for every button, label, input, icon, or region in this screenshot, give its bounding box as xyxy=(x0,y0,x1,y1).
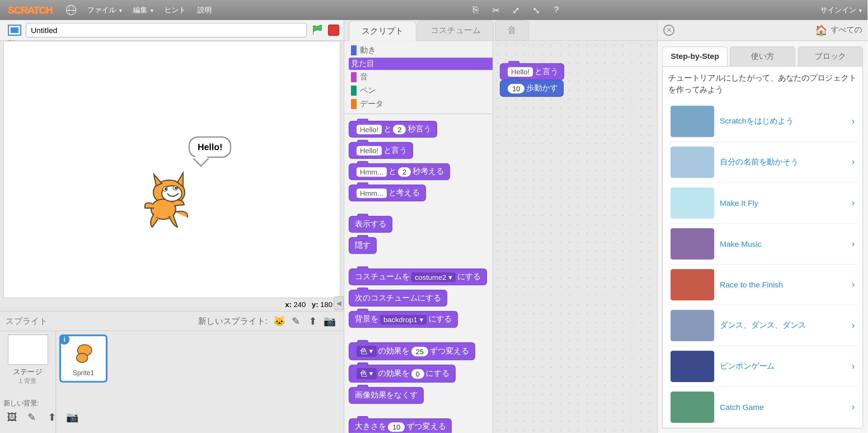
svg-point-8 xyxy=(76,353,87,362)
tab-scripts[interactable]: スクリプト xyxy=(349,21,416,41)
sprite-toolbar: スプライト 新しいスプライト: 🐱 ✎ ⬆ 📷 xyxy=(0,311,344,331)
block[interactable]: コスチュームをcostume2 ▾にする xyxy=(349,268,487,285)
tab-costumes[interactable]: コスチューム xyxy=(417,20,494,41)
tutorial-item[interactable]: ダンス、ダンス、ダンス› xyxy=(668,305,857,346)
tutorial-item[interactable]: ピンポンゲーム› xyxy=(668,346,857,387)
signin-menu[interactable]: サインイン xyxy=(814,5,867,15)
tutorial-item[interactable]: 自分の名前を動かそう› xyxy=(668,142,857,183)
chevron-right-icon: › xyxy=(852,198,855,208)
tips-tab-howto[interactable]: 使い方 xyxy=(730,46,795,66)
block[interactable]: 隠す xyxy=(349,237,376,254)
block[interactable]: Hmm...と考える xyxy=(349,184,426,201)
tutorial-item[interactable]: Make Music› xyxy=(668,224,857,265)
scratch-logo[interactable]: SCRATCH xyxy=(0,4,60,16)
paint-sprite-icon[interactable]: ✎ xyxy=(290,316,302,327)
stage-toolbar xyxy=(0,20,344,41)
category-見た目[interactable]: 見た目 xyxy=(349,57,498,70)
stage[interactable]: Hello! xyxy=(3,41,340,298)
stage-thumbnail[interactable] xyxy=(8,335,48,365)
sprite-on-stage[interactable] xyxy=(138,170,194,232)
stage-label: ステージ xyxy=(13,367,42,377)
chevron-right-icon: › xyxy=(852,320,855,330)
category-データ[interactable]: データ xyxy=(349,98,498,110)
new-backdrop-label: 新しい背景: xyxy=(3,399,39,409)
block[interactable]: 表示する xyxy=(349,216,392,233)
file-menu[interactable]: ファイル xyxy=(82,5,127,15)
block[interactable]: 次のコスチュームにする xyxy=(349,290,447,307)
chevron-right-icon: › xyxy=(852,157,855,167)
fullscreen-icon[interactable] xyxy=(8,25,21,36)
svg-point-4 xyxy=(165,188,167,190)
block[interactable]: 色 ▾の効果を25ずつ変える xyxy=(349,342,475,360)
block[interactable]: 背景をbackdrop1 ▾にする xyxy=(349,311,458,328)
tab-sounds[interactable]: 音 xyxy=(495,20,529,41)
stamp-icon[interactable]: ⎘ xyxy=(470,4,482,16)
speech-bubble: Hello! xyxy=(189,137,231,158)
choose-sprite-icon[interactable]: 🐱 xyxy=(273,316,286,327)
chevron-right-icon: › xyxy=(852,402,855,412)
chevron-right-icon: › xyxy=(852,116,855,126)
chevron-right-icon: › xyxy=(852,239,855,249)
block[interactable]: 大きさを10ずつ変える xyxy=(349,419,452,433)
chevron-right-icon: › xyxy=(852,280,855,290)
shrink-icon[interactable]: ⤡ xyxy=(530,4,542,16)
block[interactable]: 色 ▾の効果を0にする xyxy=(349,365,455,383)
category-ペン[interactable]: ペン xyxy=(349,84,498,97)
block[interactable]: Hello!と言う xyxy=(349,142,413,159)
menubar: SCRATCH ファイル 編集 ヒント 説明 ⎘ ✂ ⤢ ⤡ ? サインイン xyxy=(0,0,868,20)
tutorial-item[interactable]: Race to the Finish› xyxy=(668,265,857,306)
chevron-right-icon: › xyxy=(852,361,855,371)
sprite-item[interactable]: i Sprite1 xyxy=(59,335,107,383)
block[interactable]: 画像効果をなくす xyxy=(349,387,424,404)
category-音[interactable]: 音 xyxy=(349,71,498,83)
tutorial-item[interactable]: Scratchをはじめよう› xyxy=(668,101,857,142)
collapse-icon[interactable]: ◀ xyxy=(334,296,344,310)
language-icon[interactable] xyxy=(66,5,76,15)
sprite-info-icon[interactable]: i xyxy=(59,335,69,345)
block[interactable]: 10歩動かす xyxy=(500,80,564,97)
hint-menu[interactable]: ヒント xyxy=(159,5,192,15)
block[interactable]: Hello!と2秒言う xyxy=(349,121,437,138)
tips-panel: ✕ 🏠 すべての Step-by-Step 使い方 ブロック チュートリアルにし… xyxy=(657,20,868,433)
grow-icon[interactable]: ⤢ xyxy=(510,4,522,16)
home-icon[interactable]: 🏠 xyxy=(815,24,827,36)
scissors-icon[interactable]: ✂ xyxy=(490,4,502,16)
svg-point-6 xyxy=(175,187,177,189)
sprite-name: Sprite1 xyxy=(73,369,94,377)
mouse-coords: x: 240 y: 180 xyxy=(0,298,344,311)
tips-description: チュートリアルにしたがって、あなたのプロジェクトを作ってみよう xyxy=(668,72,857,96)
tutorial-item[interactable]: Catch Game› xyxy=(668,387,857,428)
script-area[interactable]: Hello!と言う10歩動かす xyxy=(493,41,657,433)
sprites-label: スプライト xyxy=(6,316,48,326)
block[interactable]: Hmm...と2秒考える xyxy=(349,163,450,180)
all-tips-label[interactable]: すべての xyxy=(831,25,862,35)
choose-backdrop-icon[interactable]: 🖼 xyxy=(6,412,18,423)
tutorial-item[interactable]: Make It Fly› xyxy=(668,183,857,224)
paint-backdrop-icon[interactable]: ✎ xyxy=(26,412,38,423)
help-icon[interactable]: ? xyxy=(551,4,562,16)
backdrop-count: 1 背景 xyxy=(19,377,37,385)
tips-tab-step[interactable]: Step-by-Step xyxy=(662,46,727,66)
category-動き[interactable]: 動き xyxy=(349,44,498,56)
upload-sprite-icon[interactable]: ⬆ xyxy=(307,316,319,327)
tips-tab-blocks[interactable]: ブロック xyxy=(798,46,863,66)
sprite-list: i Sprite1 xyxy=(56,331,344,433)
green-flag-icon[interactable] xyxy=(311,24,324,36)
camera-sprite-icon[interactable]: 📷 xyxy=(323,316,336,327)
edit-menu[interactable]: 編集 xyxy=(127,5,159,15)
stop-icon[interactable] xyxy=(328,25,339,36)
about-menu[interactable]: 説明 xyxy=(192,5,218,15)
editor-tabs: スクリプト コスチューム 音 xyxy=(344,20,657,41)
new-sprite-label: 新しいスプライト: xyxy=(198,316,268,326)
stage-panel: ステージ 1 背景 新しい背景: 🖼 ✎ ⬆ 📷 xyxy=(0,331,56,433)
close-tips-icon[interactable]: ✕ xyxy=(663,25,675,36)
project-title-input[interactable] xyxy=(26,23,307,38)
